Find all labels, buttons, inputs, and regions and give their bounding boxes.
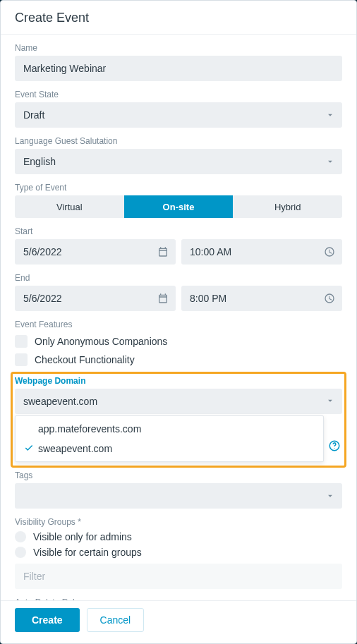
- type-label: Type of Event: [15, 183, 342, 193]
- type-option-onsite[interactable]: On-site: [124, 195, 234, 218]
- form-scroll-area[interactable]: Name Event State Language Guest Salutati…: [1, 35, 356, 600]
- event-state-select[interactable]: [15, 102, 342, 128]
- autodelete-label: Auto-Delete Rule: [15, 597, 342, 600]
- tags-label: Tags: [15, 470, 342, 480]
- feature-anonymous-companions[interactable]: Only Anonymous Companions: [15, 335, 342, 348]
- salutation-label: Language Guest Salutation: [15, 136, 342, 146]
- visibility-groups-radio[interactable]: Visible for certain groups: [15, 547, 342, 558]
- modal-footer: Create Cancel: [1, 600, 356, 643]
- cancel-button[interactable]: Cancel: [87, 608, 145, 632]
- start-label: Start: [15, 226, 342, 236]
- domain-option[interactable]: app.mateforevents.com: [16, 419, 323, 439]
- radio-icon: [15, 547, 26, 558]
- clock-icon: [324, 246, 335, 257]
- checkbox-icon: [15, 353, 28, 366]
- calendar-icon: [157, 246, 169, 257]
- name-input[interactable]: [15, 56, 342, 81]
- features-label: Event Features: [15, 320, 342, 329]
- modal-header: Create Event: [1, 1, 356, 35]
- end-date-input[interactable]: [15, 286, 176, 311]
- modal-title: Create Event: [15, 11, 342, 25]
- end-label: End: [15, 273, 342, 283]
- event-state-label: Event State: [15, 90, 342, 99]
- create-event-modal: Create Event Name Event State Language G…: [0, 0, 357, 644]
- start-date-input[interactable]: [15, 239, 176, 265]
- end-time-input[interactable]: [181, 286, 342, 311]
- name-label: Name: [15, 43, 342, 53]
- domain-dropdown: app.mateforevents.com sweapevent.com: [15, 415, 324, 462]
- svg-point-1: [334, 448, 334, 449]
- chevron-down-icon: [325, 396, 335, 408]
- visibility-admins-radio[interactable]: Visible only for admins: [15, 531, 342, 542]
- feature-checkout-functionality[interactable]: Checkout Functionality: [15, 353, 342, 366]
- salutation-select[interactable]: [15, 149, 342, 174]
- domain-label: Webpage Domain: [15, 376, 342, 386]
- calendar-icon: [157, 293, 169, 304]
- start-time-input[interactable]: [181, 239, 342, 265]
- type-option-hybrid[interactable]: Hybrid: [233, 195, 342, 218]
- visibility-label: Visibility Groups *: [15, 517, 342, 527]
- clock-icon: [324, 293, 335, 304]
- tags-select[interactable]: [15, 483, 342, 509]
- check-icon: [24, 443, 35, 454]
- checkbox-icon: [15, 335, 28, 348]
- help-icon[interactable]: [328, 439, 341, 452]
- type-segmented-control: Virtual On-site Hybrid: [15, 195, 342, 218]
- domain-combobox[interactable]: [15, 389, 342, 414]
- create-button[interactable]: Create: [15, 608, 80, 632]
- radio-icon: [15, 531, 26, 542]
- visibility-filter-input[interactable]: [15, 564, 342, 589]
- type-option-virtual[interactable]: Virtual: [15, 195, 124, 218]
- domain-option-selected[interactable]: sweapevent.com: [16, 439, 323, 458]
